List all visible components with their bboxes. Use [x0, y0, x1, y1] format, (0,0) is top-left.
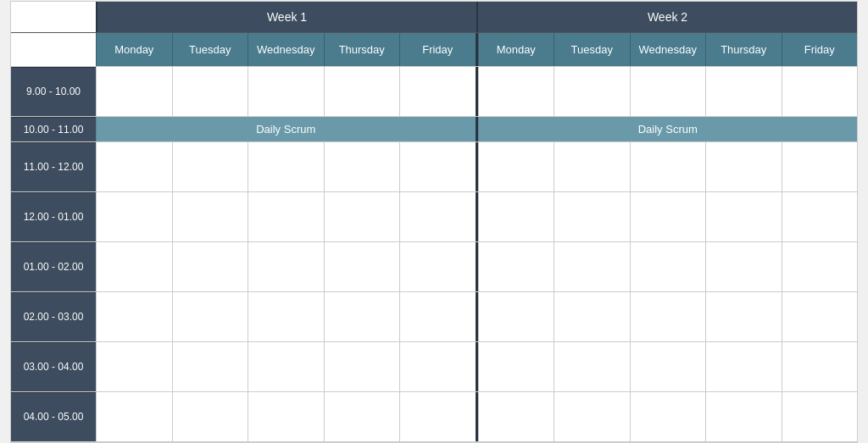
w1-thu-5[interactable]: [324, 292, 400, 341]
w2-tuesday-header: Tuesday: [554, 33, 630, 66]
w2-mon-0[interactable]: [478, 67, 554, 116]
week2-cells-3: [478, 192, 858, 241]
w2-mon-6[interactable]: [478, 342, 554, 391]
w1-mon-3[interactable]: [96, 192, 172, 241]
w1-mon-4[interactable]: [96, 242, 172, 291]
w2-friday-header: Friday: [782, 33, 858, 66]
w2-wed-4[interactable]: [630, 242, 706, 291]
w1-fri-3[interactable]: [399, 192, 476, 241]
w2-fri-2[interactable]: [782, 142, 858, 191]
w1-thu-7[interactable]: [324, 392, 400, 441]
w2-daily-scrum-banner: Daily Scrum: [478, 117, 858, 141]
week1-header: Week 1: [96, 2, 476, 32]
w1-wed-3[interactable]: [248, 192, 324, 241]
row-slot-0: 9.00 - 10.00: [11, 66, 857, 116]
w2-thu-7[interactable]: [705, 392, 782, 441]
week1-cells-4: [96, 242, 476, 291]
w1-tue-7[interactable]: [172, 392, 248, 441]
w1-mon-5[interactable]: [96, 292, 172, 341]
w1-mon-0[interactable]: [96, 67, 172, 116]
time-col-day-header: [11, 33, 96, 66]
w2-wed-0[interactable]: [630, 67, 706, 116]
w1-wed-6[interactable]: [248, 342, 324, 391]
w2-wed-6[interactable]: [630, 342, 706, 391]
w2-wed-5[interactable]: [630, 292, 706, 341]
w2-thu-3[interactable]: [705, 192, 782, 241]
w2-mon-3[interactable]: [478, 192, 554, 241]
w1-tue-3[interactable]: [172, 192, 248, 241]
time-label-0: 9.00 - 10.00: [11, 67, 96, 116]
w2-wednesday-header: Wednesday: [630, 33, 706, 66]
w1-tue-5[interactable]: [172, 292, 248, 341]
w1-wed-7[interactable]: [248, 392, 324, 441]
daily-scrum-row: 10.00 - 11.00 Daily Scrum Daily Scrum: [11, 116, 857, 141]
w1-tue-0[interactable]: [172, 67, 248, 116]
w2-fri-5[interactable]: [782, 292, 858, 341]
week1-cells-5: [96, 292, 476, 341]
w1-thu-4[interactable]: [324, 242, 400, 291]
w1-fri-2[interactable]: [399, 142, 476, 191]
w1-wed-2[interactable]: [248, 142, 324, 191]
w2-mon-4[interactable]: [478, 242, 554, 291]
w1-wed-0[interactable]: [248, 67, 324, 116]
week1-cells-7: [96, 392, 476, 441]
w2-tue-0[interactable]: [554, 67, 630, 116]
week2-cells-7: [478, 392, 858, 441]
w2-mon-2[interactable]: [478, 142, 554, 191]
w1-mon-7[interactable]: [96, 392, 172, 441]
w2-fri-0[interactable]: [782, 67, 858, 116]
w2-thu-5[interactable]: [705, 292, 782, 341]
w2-tue-4[interactable]: [554, 242, 630, 291]
calendar-container: Week 1 Week 2 Monday Tuesday Wednesday T…: [10, 1, 858, 443]
w1-fri-7[interactable]: [399, 392, 476, 441]
w2-tue-7[interactable]: [554, 392, 630, 441]
w2-thursday-header: Thursday: [705, 33, 782, 66]
w1-fri-4[interactable]: [399, 242, 476, 291]
w1-thu-6[interactable]: [324, 342, 400, 391]
w1-mon-6[interactable]: [96, 342, 172, 391]
w1-wed-4[interactable]: [248, 242, 324, 291]
row-slot-7: 04.00 - 05.00: [11, 391, 857, 442]
w2-fri-6[interactable]: [782, 342, 858, 391]
w2-thu-4[interactable]: [705, 242, 782, 291]
row-slot-3: 12.00 - 01.00: [11, 191, 857, 241]
w2-thu-2[interactable]: [705, 142, 782, 191]
w2-mon-5[interactable]: [478, 292, 554, 341]
w2-tue-2[interactable]: [554, 142, 630, 191]
w1-tue-6[interactable]: [172, 342, 248, 391]
row-slot-5: 02.00 - 03.00: [11, 291, 857, 341]
row-slot-6: 03.00 - 04.00: [11, 341, 857, 391]
w1-tue-4[interactable]: [172, 242, 248, 291]
row-slot-2: 11.00 - 12.00: [11, 141, 857, 191]
week2-cells-6: [478, 342, 858, 391]
w1-wed-5[interactable]: [248, 292, 324, 341]
w1-thu-2[interactable]: [324, 142, 400, 191]
week-headers-row: Week 1 Week 2: [11, 2, 857, 32]
time-label-3: 12.00 - 01.00: [11, 192, 96, 241]
week1-cells-0: [96, 67, 476, 116]
w1-fri-5[interactable]: [399, 292, 476, 341]
w1-thu-3[interactable]: [324, 192, 400, 241]
w2-tue-5[interactable]: [554, 292, 630, 341]
w1-fri-0[interactable]: [399, 67, 476, 116]
w2-fri-7[interactable]: [782, 392, 858, 441]
w2-fri-3[interactable]: [782, 192, 858, 241]
w2-thu-6[interactable]: [705, 342, 782, 391]
w1-tue-2[interactable]: [172, 142, 248, 191]
week1-cells-6: [96, 342, 476, 391]
w2-tue-6[interactable]: [554, 342, 630, 391]
w2-tue-3[interactable]: [554, 192, 630, 241]
w2-thu-0[interactable]: [705, 67, 782, 116]
w1-fri-6[interactable]: [399, 342, 476, 391]
w2-wed-2[interactable]: [630, 142, 706, 191]
w2-fri-4[interactable]: [782, 242, 858, 291]
w2-wed-7[interactable]: [630, 392, 706, 441]
w1-thu-0[interactable]: [324, 67, 400, 116]
grid-body: 9.00 - 10.00 10.00 - 11.00 Daily Scrum: [11, 66, 857, 442]
w2-wed-3[interactable]: [630, 192, 706, 241]
time-label-7: 04.00 - 05.00: [11, 392, 96, 441]
w2-mon-7[interactable]: [478, 392, 554, 441]
week1-cells-3: [96, 192, 476, 241]
w1-mon-2[interactable]: [96, 142, 172, 191]
time-label-6: 03.00 - 04.00: [11, 342, 96, 391]
